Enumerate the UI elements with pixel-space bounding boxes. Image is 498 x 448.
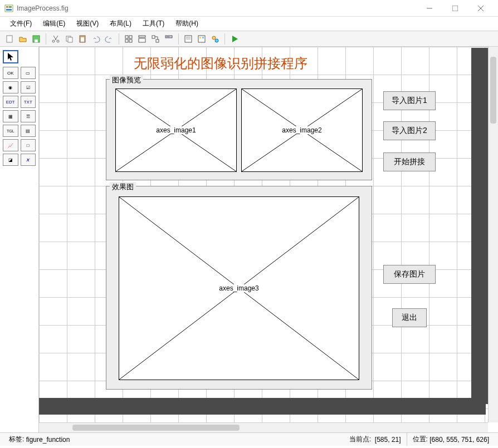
menu-tools[interactable]: 工具(T) [137, 17, 170, 31]
object-browser-icon[interactable] [209, 33, 221, 45]
svg-rect-5 [452, 6, 458, 11]
menu-file[interactable]: 文件(F) [4, 17, 37, 31]
tab-order-icon[interactable] [149, 33, 162, 45]
workspace: OK ▭ ◉ ☑ EDT TXT ▦ ☰ TGL ▤ 📈 □ ◪ X [0, 47, 498, 432]
horizontal-scrollbar[interactable] [39, 422, 488, 432]
new-icon[interactable] [3, 33, 16, 45]
status-position: 位置: [680, 555, 751, 626] [407, 433, 495, 446]
svg-rect-32 [199, 37, 201, 38]
run-icon[interactable] [228, 33, 241, 45]
minimize-button[interactable] [417, 0, 442, 17]
component-palette: OK ▭ ◉ ☑ EDT TXT ▦ ☰ TGL ▤ 📈 □ ◪ X [0, 47, 39, 432]
buttongroup-tool[interactable]: ◪ [3, 154, 18, 166]
exit-button[interactable]: 退出 [392, 308, 427, 327]
svg-rect-3 [6, 9, 12, 11]
axes-image2-label: axes_image2 [281, 126, 323, 134]
menubar: 文件(F) 编辑(E) 视图(V) 布局(L) 工具(T) 帮助(H) [0, 17, 498, 31]
align-icon[interactable] [123, 33, 135, 45]
toolbar [0, 31, 498, 47]
preview-panel[interactable]: 图像预览 axes_image1 axes_image2 [106, 79, 372, 180]
axes-tool[interactable]: 📈 [3, 139, 18, 151]
text-tool[interactable]: TXT [21, 96, 36, 108]
toolbar-editor-icon[interactable] [163, 33, 175, 45]
result-panel-label: 效果图 [110, 182, 136, 192]
svg-rect-24 [156, 40, 159, 42]
svg-rect-16 [81, 37, 84, 42]
menu-layout[interactable]: 布局(L) [104, 17, 137, 31]
status-tag: 标签: figure_function [3, 433, 344, 446]
window-title: ImageProcess.fig [17, 4, 417, 12]
design-canvas[interactable]: 无限弱化的图像识别拼接程序 图像预览 axes_image1 axes_imag… [39, 47, 498, 432]
activex-tool[interactable]: X [21, 154, 36, 166]
checkbox-tool[interactable]: ☑ [21, 81, 36, 93]
menu-help[interactable]: 帮助(H) [170, 17, 204, 31]
titlebar: ImageProcess.fig [0, 0, 498, 17]
save-icon[interactable] [30, 33, 42, 45]
axes-image1[interactable]: axes_image1 [115, 88, 237, 172]
property-icon[interactable] [196, 33, 208, 45]
svg-rect-33 [202, 37, 204, 38]
cut-icon[interactable] [50, 33, 62, 45]
svg-point-12 [57, 40, 59, 42]
svg-rect-18 [129, 36, 132, 38]
status-curpt-label: 当前点: [349, 435, 371, 444]
svg-rect-17 [125, 36, 128, 38]
copy-icon[interactable] [63, 33, 75, 45]
title-text[interactable]: 无限弱化的图像识别拼接程序 [134, 55, 307, 72]
maximize-button[interactable] [442, 0, 468, 17]
import-image2-button[interactable]: 导入图片2 [383, 121, 436, 140]
table-tool[interactable]: ▤ [21, 125, 36, 137]
menu-view[interactable]: 视图(V) [71, 17, 104, 31]
popup-tool[interactable]: ▦ [3, 110, 18, 122]
menu-edit[interactable]: 编辑(E) [37, 17, 71, 31]
svg-rect-26 [167, 36, 168, 37]
svg-rect-14 [68, 37, 72, 42]
redo-icon[interactable] [103, 33, 115, 45]
preview-panel-label: 图像预览 [110, 75, 143, 85]
figure-boundary-bottom [39, 398, 486, 415]
svg-point-34 [212, 36, 216, 40]
stitch-button[interactable]: 开始拼接 [383, 152, 436, 171]
toggle-tool[interactable]: TGL [3, 125, 18, 137]
radio-tool[interactable]: ◉ [3, 81, 18, 93]
import-image1-button[interactable]: 导入图片1 [383, 91, 436, 110]
svg-rect-23 [152, 36, 155, 38]
paste-icon[interactable] [76, 33, 89, 45]
open-icon[interactable] [17, 33, 29, 45]
editor-icon[interactable] [182, 33, 194, 45]
vertical-scrollbar[interactable] [488, 47, 498, 422]
pushbutton-tool[interactable]: OK [3, 67, 18, 79]
app-icon [4, 4, 13, 13]
svg-rect-27 [168, 36, 169, 37]
slider-tool[interactable]: ▭ [21, 67, 36, 79]
close-button[interactable] [468, 0, 494, 17]
menu-editor-icon[interactable] [136, 33, 148, 45]
svg-rect-0 [5, 5, 13, 12]
edit-tool[interactable]: EDT [3, 96, 18, 108]
panel-tool[interactable]: □ [21, 139, 36, 151]
status-pos-value: [680, 555, 751, 626] [429, 436, 489, 444]
result-panel[interactable]: 效果图 axes_image3 [106, 186, 372, 390]
axes-image3-label: axes_image3 [218, 284, 260, 292]
axes-image1-label: axes_image1 [155, 126, 197, 134]
axes-image2[interactable]: axes_image2 [241, 88, 363, 172]
svg-rect-31 [198, 36, 205, 42]
status-tag-label: 标签: [9, 435, 24, 444]
svg-rect-20 [129, 40, 132, 42]
svg-rect-10 [35, 40, 38, 42]
axes-image3[interactable]: axes_image3 [119, 196, 359, 380]
svg-rect-22 [139, 38, 145, 42]
save-image-button[interactable]: 保存图片 [383, 265, 436, 284]
undo-icon[interactable] [90, 33, 102, 45]
status-curpt-value: [585, 21] [375, 436, 401, 444]
svg-point-11 [52, 40, 55, 42]
statusbar: 标签: figure_function 当前点: [585, 21] 位置: [… [0, 432, 498, 446]
status-tag-value: figure_function [26, 436, 70, 444]
svg-rect-2 [9, 6, 12, 8]
status-pos-label: 位置: [413, 435, 428, 444]
select-tool[interactable] [3, 50, 18, 63]
svg-rect-8 [7, 36, 12, 42]
listbox-tool[interactable]: ☰ [21, 110, 36, 122]
svg-point-35 [215, 39, 218, 42]
status-current-point: 当前点: [585, 21] [344, 433, 407, 446]
